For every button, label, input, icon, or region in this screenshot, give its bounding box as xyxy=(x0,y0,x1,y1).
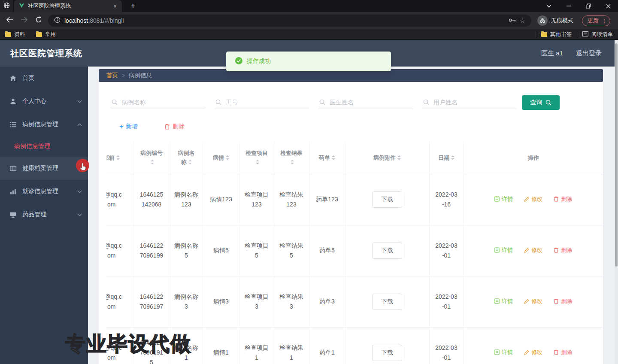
delete-link[interactable]: 删除 xyxy=(554,347,572,357)
folder-icon xyxy=(36,32,42,37)
url-host: localhost xyxy=(64,17,88,24)
bookmark-folder-ziliao[interactable]: 资料 xyxy=(5,31,25,38)
table-row: 2@qq.com 16461227096197 病例名称3 病情3 检查项目3 … xyxy=(106,276,603,327)
add-button[interactable]: + 新增 xyxy=(119,123,138,130)
update-button[interactable]: 更新 ⋮ xyxy=(582,15,610,26)
sort-icon xyxy=(291,158,294,166)
add-label: 新增 xyxy=(126,123,138,130)
scrollbar-thumb[interactable] xyxy=(615,43,618,267)
cell-email: 2@qq.com xyxy=(106,276,133,327)
new-tab-button[interactable]: + xyxy=(128,2,138,10)
current-user[interactable]: 医生 a1 xyxy=(541,49,563,58)
search-icon xyxy=(112,99,118,105)
download-button[interactable]: 下载 xyxy=(372,243,402,259)
download-button[interactable]: 下载 xyxy=(372,191,402,208)
cell-case-name: 病例名称3 xyxy=(170,276,203,327)
bookmarks-right: 其他书签 阅读清单 xyxy=(536,31,613,38)
cell-condition: 病情3 xyxy=(203,276,239,327)
detail-link[interactable]: 详情 xyxy=(494,296,513,306)
sidebar-subitem-case-info[interactable]: 病例信息管理 xyxy=(0,136,88,157)
detail-link[interactable]: 详情 xyxy=(494,245,513,255)
col-prescription[interactable]: 药单 xyxy=(309,142,345,174)
col-case-name[interactable]: 病例名称 xyxy=(170,142,203,174)
app-title: 社区医院管理系统 xyxy=(10,48,82,59)
col-condition[interactable]: 病情 xyxy=(203,142,239,174)
page-scrollbar[interactable] xyxy=(615,40,618,364)
url-field[interactable]: localhost:8081/#/bingli ☆ xyxy=(48,15,531,27)
sidebar-item-case-management[interactable]: 病例信息管理 xyxy=(0,113,88,136)
restore-button[interactable] xyxy=(579,0,598,12)
job-no-input[interactable] xyxy=(215,95,309,109)
col-check-item[interactable]: 检查项目 xyxy=(239,142,274,174)
monitor-icon xyxy=(9,211,17,218)
sidebar-item-personal-center[interactable]: 个人中心 xyxy=(0,90,88,113)
detail-link[interactable]: 详情 xyxy=(494,194,513,204)
trash-icon xyxy=(554,298,559,304)
download-button[interactable]: 下载 xyxy=(372,345,402,361)
cell-check-result: 检查结果123 xyxy=(274,174,309,225)
list-icon xyxy=(9,121,17,128)
cell-prescription: 药单3 xyxy=(309,276,345,327)
sidebar-item-label: 病例信息管理 xyxy=(22,121,58,128)
delete-link[interactable]: 删除 xyxy=(554,194,572,204)
watermark-text: 专业毕设代做 xyxy=(65,331,191,358)
detail-link[interactable]: 详情 xyxy=(494,347,513,357)
search-field-job-no xyxy=(215,95,309,109)
pen-icon xyxy=(524,299,529,304)
case-name-input[interactable] xyxy=(111,95,205,109)
edit-link[interactable]: 修改 xyxy=(524,194,542,204)
chevron-up-icon xyxy=(77,123,82,126)
delete-button[interactable]: 删除 xyxy=(164,123,185,130)
edit-link[interactable]: 修改 xyxy=(524,296,542,306)
toast-message: 操作成功 xyxy=(247,58,271,65)
reload-icon[interactable] xyxy=(33,16,44,25)
doctor-name-input[interactable] xyxy=(318,95,413,109)
col-date[interactable]: 日期 xyxy=(429,142,464,174)
tab-search-icon[interactable] xyxy=(539,0,559,12)
edit-link[interactable]: 修改 xyxy=(524,347,542,357)
col-case-no[interactable]: 病例编号 xyxy=(133,142,170,174)
window-controls xyxy=(539,0,618,12)
info-icon[interactable] xyxy=(54,17,61,25)
sort-icon xyxy=(451,154,454,162)
minimize-button[interactable] xyxy=(559,0,579,12)
cell-case-name: 病例名称123 xyxy=(170,174,203,225)
browser-menu-icon[interactable]: ⋮ xyxy=(602,18,607,24)
divider xyxy=(577,31,577,37)
query-button[interactable]: 查询 xyxy=(522,95,560,110)
forward-icon[interactable] xyxy=(19,16,29,25)
sidebar-item-health-records[interactable]: 健康档案管理 xyxy=(0,157,88,180)
tab-close-icon[interactable]: × xyxy=(112,3,118,9)
browser-tab[interactable]: 社区医院管理系统 × xyxy=(14,0,122,12)
table-header-row: 邮箱 病例编号 病例名称 病情 检查项目 检查结果 药单 病例附件 日期 操作 xyxy=(106,142,603,174)
close-window-button[interactable] xyxy=(598,0,618,12)
user-name-input[interactable] xyxy=(422,95,517,109)
reading-list-label: 阅读清单 xyxy=(591,31,613,38)
download-button[interactable]: 下载 xyxy=(372,294,402,310)
delete-link[interactable]: 删除 xyxy=(554,245,572,255)
document-icon xyxy=(494,196,500,202)
bookmark-folder-changyong[interactable]: 常用 xyxy=(36,31,56,38)
other-bookmarks[interactable]: 其他书签 xyxy=(541,31,572,38)
sidebar-item-visit-info[interactable]: 就诊信息管理 xyxy=(0,180,88,203)
query-label: 查询 xyxy=(530,99,542,106)
sidebar-item-home[interactable]: 首页 xyxy=(0,67,88,90)
sort-icon xyxy=(116,154,120,162)
cell-prescription: 药单123 xyxy=(309,174,345,225)
sidebar-item-label: 药品管理 xyxy=(22,211,46,218)
logout-button[interactable]: 退出登录 xyxy=(576,49,602,58)
breadcrumb-home[interactable]: 首页 xyxy=(106,72,118,79)
col-email[interactable]: 邮箱 xyxy=(106,142,133,174)
globe-icon xyxy=(3,2,10,10)
edit-link[interactable]: 修改 xyxy=(524,245,542,255)
back-icon[interactable] xyxy=(4,16,15,25)
sidebar-item-drug-management[interactable]: 药品管理 xyxy=(0,203,88,226)
delete-link[interactable]: 删除 xyxy=(554,296,572,306)
plus-icon: + xyxy=(119,123,123,130)
reading-list[interactable]: 阅读清单 xyxy=(582,31,613,38)
col-attachment[interactable]: 病例附件 xyxy=(345,142,429,174)
bookmark-star-icon[interactable]: ☆ xyxy=(520,17,525,24)
password-key-icon[interactable] xyxy=(509,17,516,24)
col-check-result[interactable]: 检查结果 xyxy=(274,142,309,174)
sidebar-item-label: 首页 xyxy=(22,74,34,82)
